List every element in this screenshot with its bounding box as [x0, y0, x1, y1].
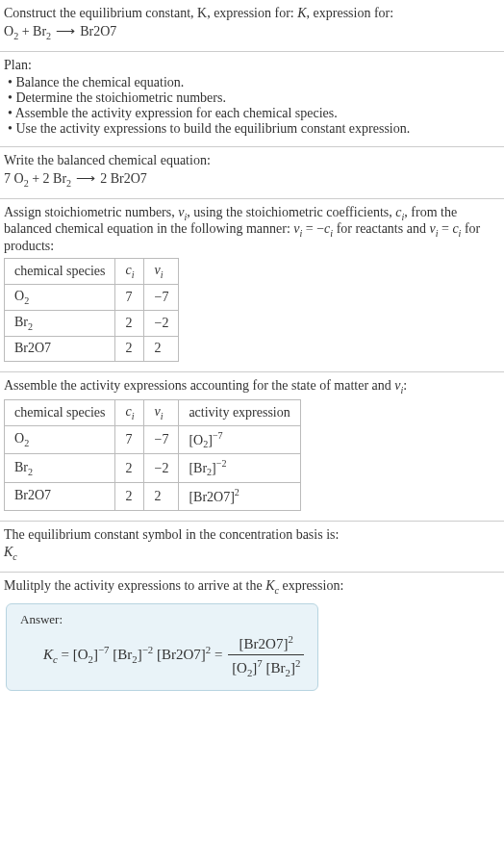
- cell-nu: −7: [144, 284, 179, 310]
- section-answer: Mulitply the activity expressions to arr…: [0, 573, 504, 708]
- activity-table: chemical species ci νi activity expressi…: [4, 399, 301, 511]
- plan-list: Balance the chemical equation. Determine…: [4, 75, 500, 137]
- rhs: 2 Br2O7: [100, 171, 147, 186]
- section-balanced: Write the balanced chemical equation: 7 …: [0, 147, 504, 199]
- stoich-table: chemical species ci νi O2 7 −7 Br2 2 −2 …: [4, 258, 179, 362]
- cell-activity: [Br2O7]2: [179, 482, 300, 510]
- species-o2: O2: [14, 171, 29, 186]
- table-row: Br2O7 2 2: [5, 336, 179, 362]
- table-row: Br2 2 −2 [Br2]−2: [5, 454, 301, 482]
- col-c: ci: [115, 259, 144, 285]
- cell-c: 2: [115, 454, 144, 482]
- col-nu: νi: [144, 400, 179, 426]
- answer-box: Answer: Kc = [O2]−7 [Br2]−2 [Br2O7]2 = […: [6, 603, 318, 691]
- section-kc-symbol: The equilibrium constant symbol in the c…: [0, 522, 504, 573]
- plan-item: Balance the chemical equation.: [8, 75, 500, 90]
- plan-item: Assemble the activity expression for eac…: [8, 106, 500, 121]
- table-row: Br2 2 −2: [5, 310, 179, 336]
- cell-c: 2: [115, 482, 144, 510]
- cell-nu: −2: [144, 454, 179, 482]
- construct-prompt: Construct the equilibrium constant, K, e…: [4, 6, 500, 21]
- species-o2: O2: [4, 24, 18, 38]
- kc-expression: Kc = [O2]−7 [Br2]−2 [Br2O7]2 = [Br2O7]2 …: [20, 633, 306, 678]
- balanced-equation: 7 O2 + 2 Br2 ⟶ 2 Br2O7: [4, 170, 500, 189]
- plan-item: Use the activity expressions to build th…: [8, 121, 500, 137]
- coef-o2: 7: [4, 171, 14, 186]
- arrow: ⟶: [71, 171, 100, 186]
- table-row: O2 7 −7 [O2]−7: [5, 425, 301, 453]
- cell-species: O2: [5, 425, 115, 453]
- col-c: ci: [115, 400, 144, 426]
- col-nu: νi: [144, 259, 179, 285]
- fraction: [Br2O7]2 [O2]7 [Br2]2: [228, 633, 304, 678]
- activity-prompt: Assemble the activity expressions accoun…: [4, 378, 500, 395]
- plan-item: Determine the stoichiometric numbers.: [8, 90, 500, 106]
- cell-nu: −2: [144, 310, 179, 336]
- cell-c: 7: [115, 425, 144, 453]
- cell-species: Br2: [5, 454, 115, 482]
- cell-species: Br2O7: [5, 336, 115, 362]
- multiply-prompt: Mulitply the activity expressions to arr…: [4, 578, 500, 596]
- cell-species: Br2: [5, 310, 115, 336]
- text: Construct the equilibrium constant, K, e…: [4, 6, 393, 20]
- col-species: chemical species: [5, 259, 115, 285]
- table-header-row: chemical species ci νi activity expressi…: [5, 400, 301, 426]
- cell-nu: 2: [144, 336, 179, 362]
- cell-nu: −7: [144, 425, 179, 453]
- plus: +: [18, 24, 33, 38]
- section-activity: Assemble the activity expressions accoun…: [0, 372, 504, 522]
- table-row: Br2O7 2 2 [Br2O7]2: [5, 482, 301, 510]
- arrow: ⟶: [51, 24, 80, 38]
- section-construct: Construct the equilibrium constant, K, e…: [0, 0, 504, 52]
- fraction-denominator: [O2]7 [Br2]2: [228, 655, 304, 678]
- section-stoich: Assign stoichiometric numbers, νi, using…: [0, 199, 504, 373]
- species-br2: Br2: [33, 24, 51, 38]
- cell-nu: 2: [144, 482, 179, 510]
- cell-c: 2: [115, 336, 144, 362]
- table-row: O2 7 −7: [5, 284, 179, 310]
- kc-prompt: The equilibrium constant symbol in the c…: [4, 527, 500, 543]
- kc-symbol: Kc: [4, 545, 500, 562]
- unbalanced-equation: O2 + Br2 ⟶ Br2O7: [4, 23, 500, 41]
- cell-species: O2: [5, 284, 115, 310]
- col-species: chemical species: [5, 400, 115, 426]
- species-br2: Br2: [53, 171, 71, 186]
- cell-species: Br2O7: [5, 482, 115, 510]
- section-plan: Plan: Balance the chemical equation. Det…: [0, 52, 504, 147]
- species-br2o7: Br2O7: [80, 24, 116, 38]
- answer-label: Answer:: [20, 612, 306, 627]
- col-activity: activity expression: [179, 400, 300, 426]
- cell-activity: [O2]−7: [179, 425, 300, 453]
- plan-title: Plan:: [4, 58, 500, 73]
- cell-c: 2: [115, 310, 144, 336]
- stoich-prompt: Assign stoichiometric numbers, νi, using…: [4, 205, 500, 255]
- cell-c: 7: [115, 284, 144, 310]
- fraction-numerator: [Br2O7]2: [228, 633, 304, 655]
- plus: + 2: [29, 171, 53, 186]
- cell-activity: [Br2]−2: [179, 454, 300, 482]
- balanced-prompt: Write the balanced chemical equation:: [4, 153, 500, 168]
- table-header-row: chemical species ci νi: [5, 259, 179, 285]
